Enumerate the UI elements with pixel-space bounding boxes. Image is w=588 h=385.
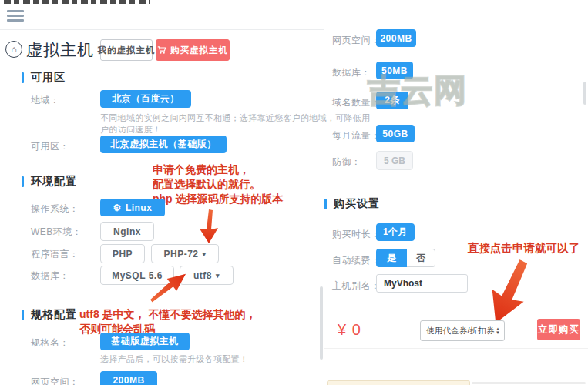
os-button[interactable]: ⚙ Linux	[100, 199, 165, 216]
price-total: ¥ 0	[338, 321, 361, 339]
coupon-select[interactable]: 使用代金券/折扣券 ▲ ▼	[420, 320, 505, 341]
lang-version-dropdown[interactable]: PHP-72 ▾	[151, 244, 219, 263]
r-db-value: 50MB	[381, 65, 408, 76]
r-defense-label: 防御：	[332, 156, 361, 169]
r-space-button[interactable]: 200MB	[376, 29, 416, 47]
coupon-select-value: 使用代金券/折扣券	[426, 326, 495, 336]
spec-note: 选择产品后，可以按需升级各项配置！	[100, 353, 248, 365]
vhost-icon: ⌂	[5, 41, 22, 58]
r-traffic-value: 50GB	[382, 129, 408, 139]
duration-label: 购买时长：	[332, 228, 381, 241]
duration-value: 1个月	[383, 226, 408, 239]
r-domain-value: 2条	[385, 94, 400, 107]
left-panel: ⌂ 虚拟主机 我的虚拟主机 购买虚拟主机 可用区 地域： 北京（百度云） 不同地…	[0, 0, 324, 385]
header-divider	[0, 29, 324, 30]
renew-label: 自动续费：	[332, 254, 381, 267]
r-db-label: 数据库：	[332, 66, 371, 79]
db-value: MySQL 5.6	[112, 270, 163, 281]
spec-name-label: 规格名：	[31, 336, 69, 350]
my-vhost-button[interactable]: 我的虚拟主机	[100, 39, 153, 61]
section-bar	[22, 176, 24, 187]
host-alias-input[interactable]	[376, 274, 468, 293]
section-env: 环境配置	[22, 175, 77, 189]
footer-divider-bottom	[324, 348, 588, 349]
section-zone-title: 可用区	[31, 71, 66, 85]
lang-value: PHP	[113, 249, 133, 259]
lang-version-value: PHP-72	[163, 249, 198, 259]
section-env-title: 环境配置	[31, 175, 77, 189]
right-panel: 网页空间： 200MB 数据库： 50MB 域名数量： 2条 每月流量： 50G…	[324, 0, 588, 385]
clipped-notice-box	[327, 380, 470, 385]
space-value: 200MB	[113, 375, 144, 385]
r-db-button[interactable]: 50MB	[376, 62, 413, 79]
section-spec-title: 规格配置	[31, 308, 77, 322]
buy-vhost-label: 购买虚拟主机	[170, 45, 228, 56]
footer-divider-top	[324, 313, 588, 313]
r-defense-value: 5 GB	[384, 156, 405, 166]
spec-name-button[interactable]: 基础版虚拟主机	[100, 333, 190, 350]
r-space-label: 网页空间：	[332, 34, 381, 47]
alias-label: 主机别名：	[332, 280, 381, 293]
gear-icon: ⚙	[113, 203, 122, 213]
page-title: 虚拟主机	[26, 39, 94, 61]
az-button[interactable]: 北京虚拟主机（基础版）	[100, 136, 227, 153]
web-button[interactable]: Nginx	[100, 222, 154, 241]
right-scrollbar-thumb[interactable]	[583, 82, 586, 105]
caret-down-icon: ▾	[203, 250, 207, 258]
section-zone: 可用区	[22, 71, 66, 85]
home-glyph: ⌂	[11, 44, 16, 55]
lang-label: 程序语言：	[31, 248, 79, 261]
os-value: Linux	[126, 203, 153, 213]
buy-now-label: 立即购买	[538, 323, 580, 336]
r-domain-label: 域名数量：	[332, 96, 381, 109]
auto-renew-toggle[interactable]: 是 否	[376, 249, 435, 267]
db-label: 数据库：	[31, 270, 69, 283]
region-value: 北京（百度云）	[112, 92, 180, 105]
space-button[interactable]: 200MB	[100, 371, 157, 385]
r-traffic-label: 每月流量：	[332, 129, 381, 142]
section-purchase-title: 购买设置	[334, 197, 380, 211]
web-label: WEB环境：	[31, 226, 82, 239]
section-bar	[324, 199, 327, 209]
section-spec: 规格配置	[22, 308, 77, 322]
db-charset-value: utf8	[193, 270, 212, 281]
os-label: 操作系统：	[31, 203, 79, 216]
select-spinner-icon: ▲ ▼	[496, 327, 500, 335]
r-domain-button[interactable]: 2条	[376, 92, 408, 109]
section-bar	[22, 72, 24, 83]
clipped-gray-box	[472, 382, 586, 384]
az-label: 可用区：	[31, 140, 69, 153]
left-scrollbar-thumb[interactable]	[320, 286, 323, 360]
lang-button[interactable]: PHP	[100, 244, 145, 263]
buy-now-button[interactable]: 立即购买	[537, 319, 580, 340]
r-defense-button: 5 GB	[376, 151, 413, 170]
cart-icon	[157, 45, 166, 55]
renew-yes-option[interactable]: 是	[376, 249, 407, 267]
clipped-header-text	[4, 0, 150, 4]
renew-no-option[interactable]: 否	[407, 249, 435, 267]
region-label: 地域：	[31, 94, 60, 107]
az-value: 北京虚拟主机（基础版）	[110, 138, 217, 151]
space-label: 网页空间：	[31, 376, 79, 385]
buy-vhost-button[interactable]: 购买虚拟主机	[156, 39, 230, 61]
annotation-tip3: 直接点击申请就可以了	[468, 241, 580, 256]
arrow-down-annotation	[197, 209, 220, 243]
web-value: Nginx	[113, 226, 141, 237]
annotation-tip1: 申请个免费的主机， 配置选择默认的就行。 php 选择源码所支持的版本	[153, 162, 284, 206]
section-bar	[22, 310, 24, 320]
r-space-value: 200MB	[380, 33, 412, 44]
r-traffic-button[interactable]: 50GB	[376, 125, 415, 142]
section-purchase: 购买设置	[324, 197, 380, 211]
caret-down-icon: ▾	[216, 272, 220, 280]
my-vhost-label: 我的虚拟主机	[98, 45, 156, 56]
duration-button[interactable]: 1个月	[376, 223, 415, 241]
spec-name-value: 基础版虚拟主机	[111, 335, 179, 348]
menu-icon[interactable]	[7, 10, 24, 22]
region-button[interactable]: 北京（百度云）	[100, 90, 191, 108]
